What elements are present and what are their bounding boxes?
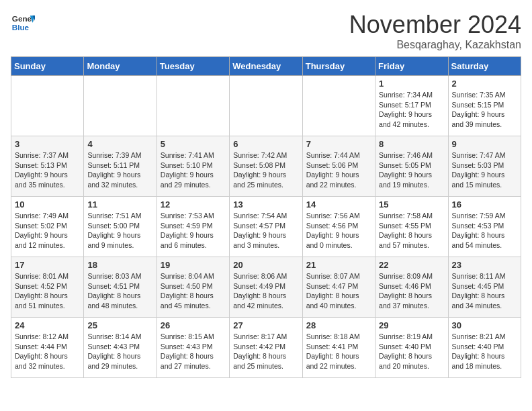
day-info: Sunrise: 7:47 AM Sunset: 5:03 PM Dayligh… — [452, 150, 517, 190]
calendar-cell: 27Sunrise: 8:17 AM Sunset: 4:42 PM Dayli… — [230, 318, 302, 378]
calendar-cell — [11, 76, 84, 136]
calendar-cell: 8Sunrise: 7:46 AM Sunset: 5:05 PM Daylig… — [375, 136, 448, 197]
day-info: Sunrise: 7:58 AM Sunset: 4:55 PM Dayligh… — [379, 211, 444, 250]
day-info: Sunrise: 8:17 AM Sunset: 4:42 PM Dayligh… — [233, 332, 298, 371]
day-info: Sunrise: 8:18 AM Sunset: 4:41 PM Dayligh… — [306, 332, 371, 371]
day-number: 22 — [379, 260, 444, 270]
day-number: 21 — [306, 260, 371, 270]
day-number: 30 — [452, 320, 517, 330]
day-info: Sunrise: 7:35 AM Sunset: 5:15 PM Dayligh… — [452, 90, 517, 130]
day-info: Sunrise: 7:37 AM Sunset: 5:13 PM Dayligh… — [15, 150, 80, 190]
calendar-cell: 11Sunrise: 7:51 AM Sunset: 5:00 PM Dayli… — [84, 197, 157, 257]
day-number: 12 — [161, 199, 226, 210]
day-info: Sunrise: 7:56 AM Sunset: 4:56 PM Dayligh… — [306, 211, 371, 250]
day-info: Sunrise: 7:39 AM Sunset: 5:11 PM Dayligh… — [87, 150, 152, 190]
day-info: Sunrise: 8:11 AM Sunset: 4:45 PM Dayligh… — [452, 271, 517, 311]
day-info: Sunrise: 7:46 AM Sunset: 5:05 PM Dayligh… — [379, 150, 444, 190]
day-info: Sunrise: 8:09 AM Sunset: 4:46 PM Dayligh… — [379, 271, 444, 311]
month-title: November 2024 — [349, 11, 521, 39]
calendar-cell: 23Sunrise: 8:11 AM Sunset: 4:45 PM Dayli… — [448, 257, 521, 318]
day-info: Sunrise: 7:42 AM Sunset: 5:08 PM Dayligh… — [233, 150, 298, 190]
calendar-cell — [157, 76, 229, 136]
day-info: Sunrise: 7:49 AM Sunset: 5:02 PM Dayligh… — [15, 211, 80, 250]
day-number: 8 — [379, 139, 444, 149]
day-info: Sunrise: 7:51 AM Sunset: 5:00 PM Dayligh… — [87, 211, 152, 250]
day-info: Sunrise: 8:06 AM Sunset: 4:49 PM Dayligh… — [233, 271, 298, 311]
day-info: Sunrise: 8:12 AM Sunset: 4:44 PM Dayligh… — [15, 332, 80, 371]
weekday-header: Monday — [84, 57, 157, 76]
day-info: Sunrise: 7:34 AM Sunset: 5:17 PM Dayligh… — [379, 90, 444, 130]
day-info: Sunrise: 8:21 AM Sunset: 4:40 PM Dayligh… — [452, 332, 517, 371]
day-info: Sunrise: 8:15 AM Sunset: 4:43 PM Dayligh… — [161, 332, 226, 371]
calendar-cell: 6Sunrise: 7:42 AM Sunset: 5:08 PM Daylig… — [230, 136, 302, 197]
day-number: 5 — [161, 139, 226, 149]
logo-icon: General Blue — [11, 11, 35, 35]
day-number: 20 — [233, 260, 298, 270]
day-number: 7 — [306, 139, 371, 149]
calendar-cell: 18Sunrise: 8:03 AM Sunset: 4:51 PM Dayli… — [84, 257, 157, 318]
calendar-cell: 3Sunrise: 7:37 AM Sunset: 5:13 PM Daylig… — [11, 136, 84, 197]
calendar-cell: 20Sunrise: 8:06 AM Sunset: 4:49 PM Dayli… — [230, 257, 302, 318]
calendar-cell: 24Sunrise: 8:12 AM Sunset: 4:44 PM Dayli… — [11, 318, 84, 378]
day-info: Sunrise: 8:14 AM Sunset: 4:43 PM Dayligh… — [87, 332, 152, 371]
day-number: 14 — [306, 199, 371, 210]
calendar-cell: 14Sunrise: 7:56 AM Sunset: 4:56 PM Dayli… — [302, 197, 375, 257]
day-number: 25 — [87, 320, 152, 330]
day-number: 24 — [15, 320, 80, 330]
day-info: Sunrise: 8:07 AM Sunset: 4:47 PM Dayligh… — [306, 271, 371, 311]
day-info: Sunrise: 7:41 AM Sunset: 5:10 PM Dayligh… — [161, 150, 226, 190]
location: Besqaraghay, Kazakhstan — [349, 39, 521, 51]
day-number: 27 — [233, 320, 298, 330]
calendar-cell: 30Sunrise: 8:21 AM Sunset: 4:40 PM Dayli… — [448, 318, 521, 378]
day-number: 9 — [452, 139, 517, 149]
calendar-cell — [84, 76, 157, 136]
weekday-header: Sunday — [11, 57, 84, 76]
calendar-cell: 1Sunrise: 7:34 AM Sunset: 5:17 PM Daylig… — [375, 76, 448, 136]
calendar-week-row: 24Sunrise: 8:12 AM Sunset: 4:44 PM Dayli… — [11, 318, 521, 378]
weekday-header: Friday — [375, 57, 448, 76]
day-info: Sunrise: 7:44 AM Sunset: 5:06 PM Dayligh… — [306, 150, 371, 190]
calendar-cell: 16Sunrise: 7:59 AM Sunset: 4:53 PM Dayli… — [448, 197, 521, 257]
day-info: Sunrise: 8:04 AM Sunset: 4:50 PM Dayligh… — [161, 271, 226, 311]
day-number: 1 — [379, 79, 444, 89]
calendar-cell: 25Sunrise: 8:14 AM Sunset: 4:43 PM Dayli… — [84, 318, 157, 378]
calendar-cell: 15Sunrise: 7:58 AM Sunset: 4:55 PM Dayli… — [375, 197, 448, 257]
weekday-header: Saturday — [448, 57, 521, 76]
calendar-cell: 28Sunrise: 8:18 AM Sunset: 4:41 PM Dayli… — [302, 318, 375, 378]
calendar-cell: 21Sunrise: 8:07 AM Sunset: 4:47 PM Dayli… — [302, 257, 375, 318]
logo: General Blue — [11, 11, 35, 35]
day-number: 18 — [87, 260, 152, 270]
day-number: 17 — [15, 260, 80, 270]
weekday-header: Wednesday — [230, 57, 302, 76]
day-number: 15 — [379, 199, 444, 210]
calendar-cell: 17Sunrise: 8:01 AM Sunset: 4:52 PM Dayli… — [11, 257, 84, 318]
calendar-cell: 19Sunrise: 8:04 AM Sunset: 4:50 PM Dayli… — [157, 257, 229, 318]
calendar-cell: 7Sunrise: 7:44 AM Sunset: 5:06 PM Daylig… — [302, 136, 375, 197]
calendar-cell: 9Sunrise: 7:47 AM Sunset: 5:03 PM Daylig… — [448, 136, 521, 197]
day-number: 11 — [87, 199, 152, 210]
calendar-cell: 22Sunrise: 8:09 AM Sunset: 4:46 PM Dayli… — [375, 257, 448, 318]
day-info: Sunrise: 8:01 AM Sunset: 4:52 PM Dayligh… — [15, 271, 80, 311]
calendar-cell — [302, 76, 375, 136]
day-number: 10 — [15, 199, 80, 210]
calendar-cell: 12Sunrise: 7:53 AM Sunset: 4:59 PM Dayli… — [157, 197, 229, 257]
calendar-cell: 10Sunrise: 7:49 AM Sunset: 5:02 PM Dayli… — [11, 197, 84, 257]
day-number: 3 — [15, 139, 80, 149]
weekday-header: Thursday — [302, 57, 375, 76]
day-number: 29 — [379, 320, 444, 330]
day-info: Sunrise: 8:03 AM Sunset: 4:51 PM Dayligh… — [87, 271, 152, 311]
day-number: 4 — [87, 139, 152, 149]
day-number: 28 — [306, 320, 371, 330]
day-number: 26 — [161, 320, 226, 330]
calendar-cell — [230, 76, 302, 136]
calendar-cell: 13Sunrise: 7:54 AM Sunset: 4:57 PM Dayli… — [230, 197, 302, 257]
day-info: Sunrise: 7:59 AM Sunset: 4:53 PM Dayligh… — [452, 211, 517, 250]
weekday-header-row: SundayMondayTuesdayWednesdayThursdayFrid… — [11, 57, 521, 76]
day-info: Sunrise: 7:54 AM Sunset: 4:57 PM Dayligh… — [233, 211, 298, 250]
calendar-cell: 5Sunrise: 7:41 AM Sunset: 5:10 PM Daylig… — [157, 136, 229, 197]
calendar-week-row: 1Sunrise: 7:34 AM Sunset: 5:17 PM Daylig… — [11, 76, 521, 136]
calendar-cell: 29Sunrise: 8:19 AM Sunset: 4:40 PM Dayli… — [375, 318, 448, 378]
day-info: Sunrise: 7:53 AM Sunset: 4:59 PM Dayligh… — [161, 211, 226, 250]
calendar-week-row: 17Sunrise: 8:01 AM Sunset: 4:52 PM Dayli… — [11, 257, 521, 318]
day-info: Sunrise: 8:19 AM Sunset: 4:40 PM Dayligh… — [379, 332, 444, 371]
